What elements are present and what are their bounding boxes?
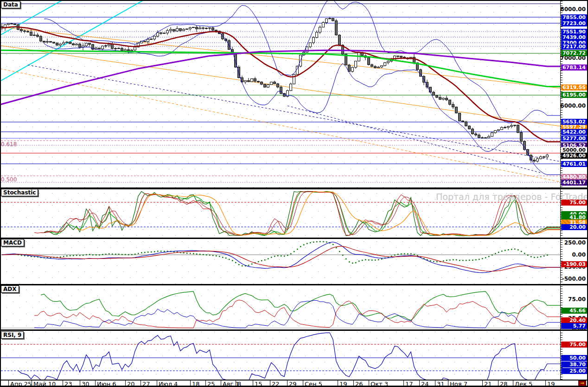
axis-label-stoch: 20.00 bbox=[561, 224, 587, 230]
fib-level-label: 0.500 bbox=[1, 176, 17, 183]
scroll-right-button[interactable]: → bbox=[578, 381, 586, 386]
axis-label-data: 5653.02 bbox=[561, 119, 587, 125]
axis-label-data: 5422.00 bbox=[561, 129, 587, 135]
window-border bbox=[0, 0, 1, 387]
axis-label-rsi: 25.00 bbox=[561, 368, 587, 374]
panel-tab-macd[interactable]: MACD bbox=[1, 239, 24, 246]
axis-label-macd: -190.03 bbox=[561, 261, 587, 267]
axis-label-macd: -500.00 bbox=[559, 276, 587, 282]
panel-tab-data[interactable]: Data bbox=[1, 1, 20, 8]
axis-label-rsi: 50.00 bbox=[561, 355, 587, 361]
axis-label-data: 7072.72 bbox=[561, 50, 587, 56]
axis-label-data: 4926.00 bbox=[561, 153, 587, 159]
axis-label-rsi: 38.70 bbox=[561, 361, 587, 368]
panel-tab-adx[interactable]: ADX bbox=[1, 285, 19, 293]
right-arrow-icon: → bbox=[580, 381, 584, 386]
axis-label-data: 7217.00 bbox=[561, 44, 587, 50]
axis-label-data: 7855.00 bbox=[561, 14, 587, 20]
panel-separator[interactable] bbox=[0, 0, 588, 1]
axis-label-data: 8000.00 bbox=[559, 6, 587, 13]
axis-label-adx: 45.66 bbox=[561, 308, 587, 314]
axis-label-data: 5277.00 bbox=[561, 135, 587, 142]
axis-label-data: 4401.17 bbox=[561, 180, 587, 186]
panel-tab-stoch[interactable]: Stochastic bbox=[1, 189, 38, 196]
axis-label-data: 4761.01 bbox=[561, 161, 587, 167]
axis-label-data: 6000.00 bbox=[559, 103, 587, 109]
panel-separator[interactable] bbox=[0, 329, 588, 331]
axis-label-macd: 0.00 bbox=[559, 252, 587, 258]
axis-label-adx: 75.00 bbox=[559, 297, 587, 303]
watermark-text: Портал для трейдеров - ForTrader.ru bbox=[436, 192, 588, 202]
window-border bbox=[560, 0, 561, 381]
axis-label-data: 6783.14 bbox=[561, 64, 587, 71]
panel-separator[interactable] bbox=[0, 238, 588, 239]
panel-separator[interactable] bbox=[0, 380, 588, 381]
axis-label-rsi: 75.00 bbox=[561, 342, 587, 348]
trading-app-window: Портал для трейдеров - ForTrader.ru Data… bbox=[0, 0, 588, 387]
fib-level-label: 0.618 bbox=[1, 141, 17, 148]
axis-label-data: 6319.55 bbox=[561, 84, 587, 90]
panel-separator[interactable] bbox=[0, 284, 588, 285]
axis-label-macd: 250.00 bbox=[559, 240, 587, 246]
panel-tab-rsi[interactable]: RSI, 9 bbox=[1, 331, 24, 339]
axis-label-data: 7723.00 bbox=[561, 20, 587, 26]
axis-label-adx: 5.77 bbox=[561, 323, 587, 329]
axis-label-data: 6195.00 bbox=[561, 92, 587, 98]
panel-separator[interactable] bbox=[0, 187, 588, 189]
